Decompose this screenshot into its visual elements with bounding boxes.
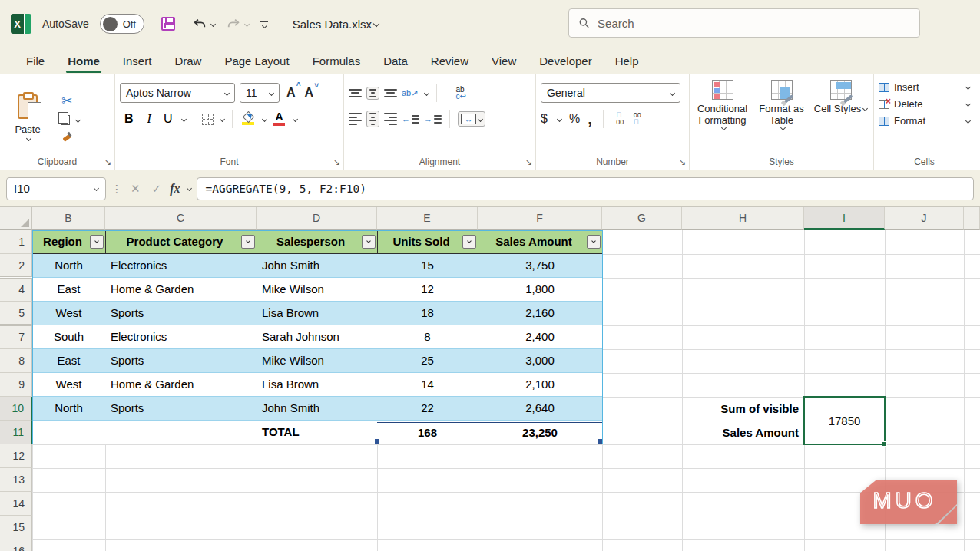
font-dialog-launcher[interactable] xyxy=(333,157,340,167)
format-cells-button[interactable]: Format xyxy=(879,115,970,127)
filter-dropdown-icon[interactable] xyxy=(462,235,476,249)
search-input[interactable] xyxy=(598,17,910,30)
align-right-icon[interactable] xyxy=(384,113,397,125)
column-header-E[interactable]: E xyxy=(377,207,478,230)
decrease-decimal-icon[interactable] xyxy=(631,112,641,126)
cell-E4[interactable]: 12 xyxy=(377,278,478,302)
cell-D5[interactable]: Lisa Brown xyxy=(257,302,378,325)
cell-B10[interactable]: North xyxy=(32,397,106,421)
cell-E2[interactable]: 15 xyxy=(377,254,478,278)
table-header-product-category[interactable]: Product Category xyxy=(105,230,257,254)
tab-formulas[interactable]: Formulas xyxy=(303,50,370,72)
font-name-select[interactable]: Aptos Narrow xyxy=(120,83,235,103)
column-header-G[interactable]: G xyxy=(602,207,682,230)
tab-review[interactable]: Review xyxy=(422,50,478,72)
cell-B9[interactable]: West xyxy=(32,373,106,397)
select-all-corner[interactable] xyxy=(0,207,32,230)
column-header-J[interactable]: J xyxy=(885,207,964,230)
percent-format-icon[interactable] xyxy=(569,112,580,126)
cell-B5[interactable]: West xyxy=(32,302,106,325)
bold-button[interactable]: B xyxy=(120,112,138,126)
copy-dropdown-icon[interactable] xyxy=(75,117,81,122)
cell-D8[interactable]: Mike Wilson xyxy=(257,349,378,373)
format-painter-icon[interactable] xyxy=(61,131,72,142)
row-header-14[interactable]: 14 xyxy=(0,492,32,516)
formula-input[interactable]: =AGGREGATE(9, 5, F2:F10) xyxy=(197,177,974,200)
document-title[interactable]: Sales Data.xlsx xyxy=(293,18,379,31)
tab-help[interactable]: Help xyxy=(606,50,648,72)
column-header-D[interactable]: D xyxy=(257,207,377,230)
search-box[interactable] xyxy=(568,8,920,38)
decrease-font-icon[interactable]: A˅ xyxy=(303,86,316,100)
delete-cells-button[interactable]: Delete xyxy=(879,98,970,110)
clipboard-dialog-launcher[interactable] xyxy=(104,157,111,167)
cell-F2[interactable]: 3,750 xyxy=(478,254,603,278)
number-dialog-launcher[interactable] xyxy=(679,157,686,167)
annotation-line2[interactable]: Sales Amount xyxy=(682,421,804,444)
fill-color-dropdown-icon[interactable] xyxy=(262,116,267,121)
cell-E7[interactable]: 8 xyxy=(377,325,478,349)
tab-developer[interactable]: Developer xyxy=(530,50,601,72)
column-header-C[interactable]: C xyxy=(105,207,257,230)
underline-button[interactable]: U xyxy=(161,112,176,126)
cell-C8[interactable]: Sports xyxy=(105,349,257,373)
tab-data[interactable]: Data xyxy=(374,50,417,72)
increase-indent-icon[interactable]: → xyxy=(424,114,442,124)
column-header-H[interactable]: H xyxy=(682,207,804,230)
currency-format-icon[interactable] xyxy=(541,112,548,126)
cell-D4[interactable]: Mike Wilson xyxy=(257,278,378,302)
cell-B4[interactable]: East xyxy=(32,278,106,302)
name-box[interactable]: I10 xyxy=(6,177,106,200)
underline-dropdown-icon[interactable] xyxy=(181,116,187,121)
cell-F11[interactable]: 23,250 xyxy=(478,421,603,444)
decrease-indent-icon[interactable]: ← xyxy=(402,114,419,124)
formula-bar-grip[interactable]: ⋮ xyxy=(111,183,122,195)
cell-C10[interactable]: Sports xyxy=(105,397,257,421)
tab-home[interactable]: Home xyxy=(58,50,109,72)
borders-dropdown-icon[interactable] xyxy=(220,116,225,121)
table-header-region[interactable]: Region xyxy=(32,230,106,254)
cell-E5[interactable]: 18 xyxy=(377,302,478,325)
wrap-text-icon[interactable] xyxy=(455,86,465,100)
cut-icon[interactable] xyxy=(61,93,80,109)
tab-insert[interactable]: Insert xyxy=(114,50,161,72)
filter-dropdown-icon[interactable] xyxy=(587,235,601,249)
insert-cells-button[interactable]: Insert xyxy=(879,81,970,93)
row-header-12[interactable]: 12 xyxy=(0,444,32,468)
format-as-table-button[interactable]: Format as Table xyxy=(753,80,809,154)
fill-handle[interactable] xyxy=(882,441,887,447)
row-header-2[interactable]: 2 xyxy=(0,254,32,278)
row-header-7[interactable]: 7 xyxy=(0,325,32,349)
tab-view[interactable]: View xyxy=(482,50,525,72)
tab-draw[interactable]: Draw xyxy=(165,50,210,72)
column-header-F[interactable]: F xyxy=(478,207,602,230)
cell-C2[interactable]: Electronics xyxy=(105,254,257,278)
row-header-15[interactable]: 15 xyxy=(0,516,32,539)
bottom-align-icon[interactable] xyxy=(384,89,397,97)
font-color-dropdown-icon[interactable] xyxy=(293,116,298,121)
middle-align-icon[interactable] xyxy=(366,87,379,100)
tab-file[interactable]: File xyxy=(17,50,54,72)
orientation-icon[interactable] xyxy=(402,88,418,98)
cell-F5[interactable]: 2,160 xyxy=(478,302,603,325)
redo-button[interactable] xyxy=(226,16,249,31)
cell-D7[interactable]: Sarah Johnson xyxy=(257,325,378,349)
cell-F9[interactable]: 2,100 xyxy=(478,373,603,397)
fill-color-button[interactable] xyxy=(240,113,256,125)
row-header-5[interactable]: 5 xyxy=(0,302,32,325)
copy-icon[interactable] xyxy=(61,115,70,125)
increase-font-icon[interactable]: A^ xyxy=(284,86,298,100)
column-header-B[interactable]: B xyxy=(32,207,105,230)
cell-styles-button[interactable]: Cell Styles xyxy=(813,80,869,154)
row-header-10[interactable]: 10 xyxy=(0,397,32,421)
font-color-button[interactable]: A xyxy=(271,112,286,126)
cell-C7[interactable]: Electronics xyxy=(105,325,257,349)
row-header-1[interactable]: 1 xyxy=(0,230,32,254)
cell-B2[interactable]: North xyxy=(32,254,106,278)
undo-button[interactable] xyxy=(192,16,215,31)
paste-dropdown-icon[interactable] xyxy=(26,135,31,140)
increase-decimal-icon[interactable] xyxy=(614,112,624,126)
row-header-4[interactable]: 4 xyxy=(0,278,32,302)
autosave-toggle[interactable]: Off xyxy=(100,14,144,34)
row-header-9[interactable]: 9 xyxy=(0,373,32,397)
